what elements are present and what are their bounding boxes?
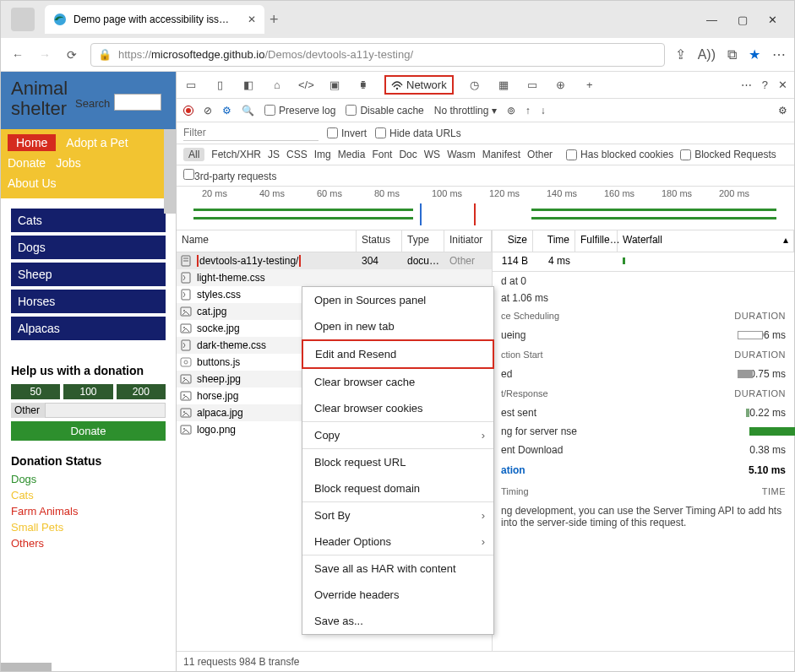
clear-icon[interactable]: ⊘ [204, 105, 212, 117]
minimize-button[interactable]: — [706, 14, 717, 26]
filter-type[interactable]: JS [268, 149, 280, 160]
new-tab-button[interactable]: + [270, 11, 279, 29]
more-menu-icon[interactable]: ⋯ [772, 46, 786, 62]
third-party-checkbox[interactable]: 3rd-party requests [183, 169, 276, 182]
network-tab[interactable]: Network [384, 75, 454, 95]
filter-type[interactable]: WS [424, 149, 440, 160]
col-status[interactable]: Status [357, 230, 402, 252]
filter-all[interactable]: All [183, 148, 204, 161]
search-input[interactable] [114, 94, 161, 111]
console-icon[interactable]: ▣ [327, 79, 342, 91]
filter-type[interactable]: CSS [286, 149, 308, 160]
context-menu-item[interactable]: Block request domain [302, 475, 493, 501]
donation-amount[interactable]: 200 [117, 384, 166, 399]
col-waterfall[interactable]: Waterfall▴ [618, 230, 794, 252]
context-menu-item[interactable]: Save all as HAR with content [302, 555, 493, 582]
export-har-icon[interactable]: ↓ [541, 105, 546, 117]
context-menu-item[interactable]: Save as... [302, 608, 493, 634]
request-row[interactable]: light-theme.css [177, 269, 492, 286]
filter-type[interactable]: Media [338, 149, 366, 160]
welcome-icon[interactable]: ⌂ [270, 79, 285, 91]
filter-type[interactable]: Other [527, 149, 553, 160]
dock-icon[interactable]: ◧ [241, 79, 256, 91]
request-row[interactable]: devtools-a11y-testing/304docu…Other [177, 252, 492, 269]
col-type[interactable]: Type [402, 230, 444, 252]
col-time[interactable]: Time [533, 230, 575, 252]
filter-type[interactable]: Wasm [447, 149, 476, 160]
network-settings-icon[interactable]: ⚙ [778, 105, 787, 117]
explanation-link[interactable]: ation [501, 464, 525, 476]
more-tabs-icon[interactable]: + [582, 79, 597, 91]
filter-type[interactable]: Doc [399, 149, 417, 160]
sources-icon[interactable]: ⧯ [356, 79, 371, 91]
hide-data-urls-checkbox[interactable]: Hide data URLs [375, 127, 461, 139]
filter-type[interactable]: Font [372, 149, 392, 160]
nav-home[interactable]: Home [8, 134, 56, 151]
disable-cache-checkbox[interactable]: Disable cache [346, 105, 423, 117]
invert-checkbox[interactable]: Invert [327, 127, 367, 139]
context-menu-item[interactable]: Edit and Resend [302, 339, 494, 369]
security-icon[interactable]: ⊕ [553, 79, 569, 91]
collections-icon[interactable]: ⧉ [727, 47, 737, 62]
refresh-button[interactable]: ⟳ [63, 48, 80, 62]
profile-avatar[interactable] [11, 8, 35, 31]
application-icon[interactable]: ▭ [525, 79, 540, 91]
col-size[interactable]: Size [493, 230, 533, 252]
col-name[interactable]: Name [177, 230, 357, 252]
category-dogs[interactable]: Dogs [11, 236, 166, 259]
context-menu-item[interactable]: Override headers [302, 582, 493, 608]
nav-adopt[interactable]: Adopt a Pet [66, 134, 128, 151]
inspect-icon[interactable]: ▭ [183, 79, 199, 91]
network-overview[interactable]: 20 ms40 ms60 ms80 ms100 ms120 ms140 ms16… [177, 187, 794, 230]
network-conditions-icon[interactable]: ⊚ [507, 105, 515, 117]
help-icon[interactable]: ? [762, 79, 768, 91]
nav-donate[interactable]: Donate [8, 154, 46, 171]
close-devtools-icon[interactable]: ✕ [778, 79, 787, 91]
context-menu-item[interactable]: Block request URL [302, 449, 493, 475]
nav-jobs[interactable]: Jobs [56, 154, 81, 171]
preserve-log-checkbox[interactable]: Preserve log [264, 105, 335, 117]
donate-button[interactable]: Donate [11, 421, 166, 441]
filter-input[interactable] [183, 126, 319, 141]
context-menu-item[interactable]: Copy [302, 422, 493, 448]
filter-type[interactable]: Fetch/XHR [211, 149, 261, 160]
nav-about[interactable]: About Us [8, 175, 57, 192]
read-aloud-icon[interactable]: A)) [698, 47, 716, 62]
category-cats[interactable]: Cats [11, 209, 166, 232]
donation-amount[interactable]: 100 [63, 384, 112, 399]
context-menu-item[interactable]: Clear browser cookies [302, 395, 493, 421]
category-alpacas[interactable]: Alpacas [11, 317, 166, 340]
context-menu-item[interactable]: Header Options [302, 528, 493, 555]
context-menu-item[interactable]: Clear browser cache [302, 369, 493, 395]
category-horses[interactable]: Horses [11, 290, 166, 313]
donation-other-input[interactable] [45, 403, 166, 418]
context-menu-item[interactable]: Sort By [302, 502, 493, 528]
performance-icon[interactable]: ◷ [467, 79, 482, 91]
blocked-requests-checkbox[interactable]: Blocked Requests [680, 149, 776, 160]
url-field[interactable]: 🔒 https://microsoftedge.github.io/Demos/… [90, 43, 665, 67]
devtools-more-icon[interactable]: ⋯ [741, 79, 752, 91]
col-initiator[interactable]: Initiator [444, 230, 492, 252]
import-har-icon[interactable]: ↑ [525, 105, 531, 117]
filter-type[interactable]: Img [314, 149, 331, 160]
device-icon[interactable]: ▯ [212, 79, 227, 91]
throttling-dropdown[interactable]: No throttling ▾ [434, 105, 497, 117]
filter-type[interactable]: Manifest [482, 149, 520, 160]
record-button[interactable] [183, 106, 193, 116]
filter-toggle-icon[interactable]: ⚙ [222, 105, 231, 117]
memory-icon[interactable]: ▦ [496, 79, 511, 91]
send-to-devices-icon[interactable]: ⇪ [675, 46, 686, 62]
favorite-icon[interactable]: ★ [749, 46, 760, 62]
page-scrollbar[interactable] [164, 129, 176, 214]
close-window-button[interactable]: ✕ [768, 14, 777, 26]
category-sheep[interactable]: Sheep [11, 263, 166, 286]
search-icon[interactable]: 🔍 [242, 105, 254, 117]
back-button[interactable]: ← [9, 48, 26, 62]
context-menu-item[interactable]: Open in Sources panel [302, 287, 493, 313]
donation-amount[interactable]: 50 [11, 384, 60, 399]
page-h-scrollbar[interactable] [1, 663, 52, 671]
browser-tab[interactable]: Demo page with accessibility iss… ✕ [45, 5, 264, 34]
context-menu-item[interactable]: Open in new tab [302, 313, 493, 339]
close-tab-icon[interactable]: ✕ [248, 14, 256, 25]
col-fulfilled[interactable]: Fulfille… [575, 230, 618, 252]
